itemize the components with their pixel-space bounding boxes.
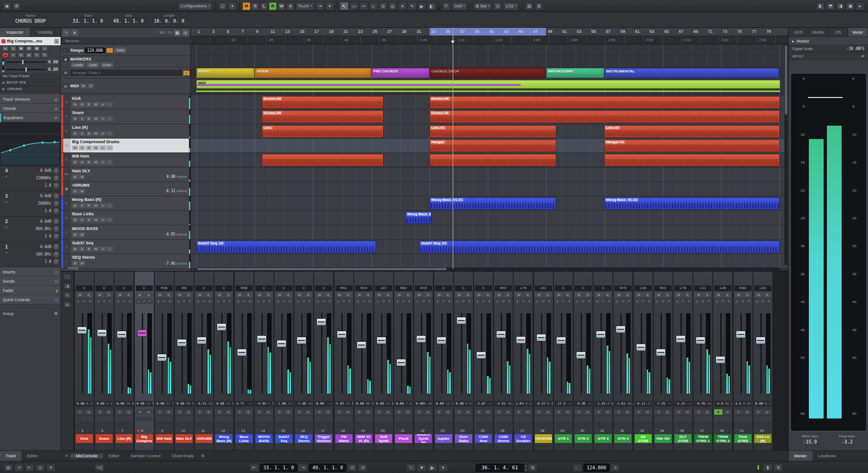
- write-automation-button[interactable]: W: [643, 409, 652, 415]
- monitor-button[interactable]: ⊙: [620, 298, 626, 304]
- record-enable-dot[interactable]: [496, 429, 499, 432]
- write-automation-button[interactable]: W: [703, 409, 711, 415]
- channel-function-button[interactable]: [620, 417, 626, 421]
- punch-in-button[interactable]: ⊡: [347, 464, 357, 472]
- channel-function-button[interactable]: [215, 417, 221, 421]
- time-format-icon[interactable]: ⊞: [528, 464, 537, 472]
- write-automation-button[interactable]: W: [384, 409, 392, 415]
- zoom-tool[interactable]: ◎: [388, 2, 397, 10]
- channel-function-button[interactable]: [255, 417, 261, 421]
- tab-inspector[interactable]: Inspector: [0, 28, 30, 36]
- fader-cap[interactable]: [736, 331, 746, 338]
- add-track-button[interactable]: +: [63, 30, 70, 36]
- write-automation-button[interactable]: W: [464, 409, 472, 415]
- section-quick-controls[interactable]: Quick Controls◎: [0, 295, 61, 304]
- auto-scroll-chevron-icon[interactable]: ▾: [326, 2, 334, 10]
- channel-function-button[interactable]: [546, 417, 552, 421]
- solo-button[interactable]: S: [444, 292, 452, 297]
- channel-options-button[interactable]: ▾: [247, 298, 253, 304]
- track-row-seq-stereo[interactable]: ♪SEQ StereoRW-7.46Volume: [61, 254, 191, 268]
- track-row-kick[interactable]: ∿KickMSRWe◦: [61, 95, 191, 109]
- mute-button[interactable]: M: [674, 292, 683, 297]
- tempo-activate-button[interactable]: ✓: [107, 48, 113, 53]
- pan-control[interactable]: C: [555, 285, 572, 291]
- monitor-button[interactable]: ⊙: [182, 298, 187, 304]
- channel-function-button[interactable]: [766, 417, 771, 421]
- channel-name[interactable]: SEM V2 01 (R): [355, 434, 372, 443]
- channel-name[interactable]: GTR 2: [575, 434, 592, 443]
- mute-button[interactable]: M: [535, 292, 543, 297]
- write-automation-button[interactable]: W: [424, 409, 432, 415]
- listen-button[interactable]: ▣: [18, 46, 24, 51]
- edit-channel-button[interactable]: e: [655, 298, 660, 304]
- fader-cap[interactable]: [217, 323, 226, 331]
- clip-unnamed[interactable]: [604, 154, 780, 166]
- eq-band-enable[interactable]: ✓: [5, 251, 8, 255]
- write-automation-button[interactable]: W: [264, 409, 273, 415]
- record-enable-dot[interactable]: [576, 429, 579, 432]
- record-enable-dot[interactable]: [196, 429, 200, 432]
- fader-cap[interactable]: [676, 335, 686, 343]
- read-automation-button[interactable]: R: [18, 52, 24, 58]
- read-button[interactable]: R: [72, 232, 78, 237]
- channel-function-button[interactable]: [515, 417, 520, 421]
- midi-folder-track[interactable]: ▤ MIDI M S: [61, 79, 191, 94]
- track-row-linn-r[interactable]: ∿Linn (R)MSRWe◦: [61, 124, 191, 139]
- mute-button[interactable]: M: [136, 292, 144, 297]
- edit-channel-button[interactable]: e: [255, 298, 261, 304]
- channel-function-button[interactable]: [607, 417, 612, 421]
- solo-button[interactable]: S: [79, 160, 85, 164]
- channel-function-button[interactable]: [161, 417, 167, 421]
- read-automation-button[interactable]: R: [635, 409, 643, 415]
- record-enable-dot[interactable]: [656, 429, 659, 432]
- solo-button[interactable]: S: [663, 292, 672, 297]
- read-automation-button[interactable]: R: [355, 409, 364, 415]
- pan-control[interactable]: R6: [176, 285, 193, 291]
- channel-function-button[interactable]: [540, 417, 546, 421]
- monitor-button[interactable]: ⊙: [261, 298, 267, 304]
- fader-cap[interactable]: [616, 326, 625, 333]
- record-enable-dot[interactable]: [216, 429, 219, 432]
- select-tool[interactable]: ↖: [340, 2, 349, 10]
- pan-control[interactable]: R70: [614, 285, 631, 291]
- fader-cap[interactable]: [177, 339, 187, 346]
- stop-button[interactable]: ■: [417, 464, 426, 472]
- track-filter-dropdown[interactable]: ▾: [71, 30, 78, 36]
- read-automation-button[interactable]: R: [295, 409, 303, 415]
- solo-button[interactable]: S: [224, 292, 232, 297]
- folder-solo-button[interactable]: S: [88, 84, 94, 88]
- section-fader[interactable]: Fader▮: [0, 286, 61, 295]
- tab-mixconsole[interactable]: MixConsole: [70, 454, 103, 458]
- read-button[interactable]: R: [72, 189, 78, 194]
- edit-button[interactable]: e: [100, 247, 106, 251]
- edit-channel-button[interactable]: e: [355, 298, 361, 304]
- mute-button[interactable]: M: [694, 292, 703, 297]
- mute-button[interactable]: M: [355, 292, 364, 297]
- fader-cap[interactable]: [556, 337, 566, 344]
- solo-button[interactable]: S: [164, 292, 173, 297]
- input-routing-row[interactable]: ▸MOTIF XF8: [0, 79, 61, 86]
- read-button[interactable]: R: [72, 261, 78, 266]
- rms-max-cell[interactable]: RMS Max -15.9: [791, 434, 829, 444]
- pan-control[interactable]: R36: [156, 285, 173, 291]
- solo-button[interactable]: S: [703, 292, 711, 297]
- edit-channel-button[interactable]: e: [535, 298, 540, 304]
- tab-meter[interactable]: Meter: [848, 28, 868, 36]
- close-lower-zone-icon[interactable]: ✕: [63, 453, 70, 460]
- toggle-left-zone-icon[interactable]: ◧: [816, 2, 825, 10]
- play-tool[interactable]: ▶: [418, 2, 426, 10]
- scrollbar-thumb[interactable]: [197, 268, 447, 270]
- track-row-moog-bass-r[interactable]: ∿Moog Bass (R)MSRWe◦: [61, 196, 191, 211]
- mute-button[interactable]: M: [614, 292, 623, 297]
- solo-button[interactable]: S: [264, 292, 273, 297]
- channel-function-button[interactable]: [96, 417, 101, 421]
- solo-button[interactable]: S: [85, 292, 93, 297]
- solo-button[interactable]: S: [324, 292, 332, 297]
- edit-channel-button[interactable]: e: [635, 298, 640, 304]
- channel-function-button[interactable]: [182, 417, 187, 421]
- monitor-button[interactable]: ⊙: [441, 298, 446, 304]
- read-automation-button[interactable]: R: [255, 409, 264, 415]
- read-automation-button[interactable]: R: [76, 409, 84, 415]
- arranger-track[interactable]: ≣ Arranger Chain 1 e: [61, 67, 191, 79]
- mute-button[interactable]: M: [176, 292, 184, 297]
